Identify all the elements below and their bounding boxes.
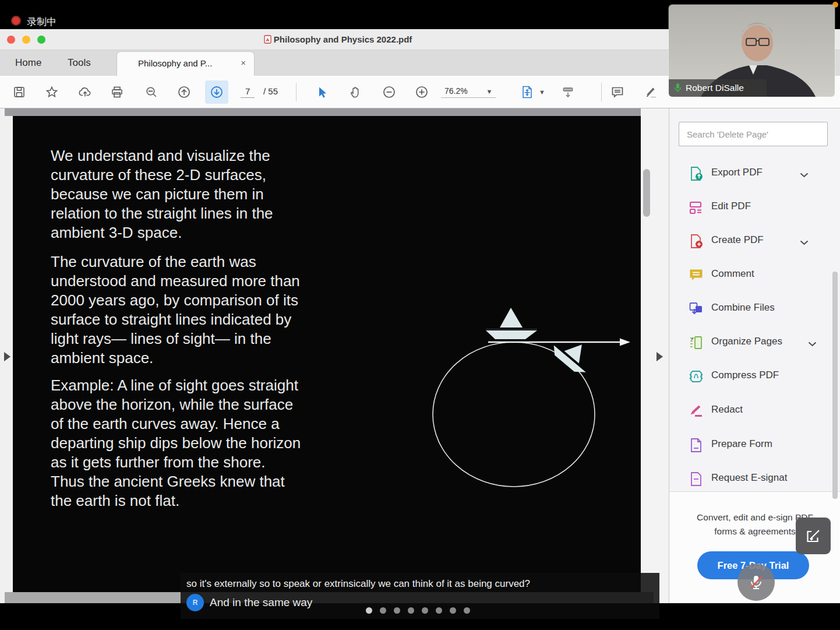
sidebar-item-edit-pdf[interactable]: Edit PDF [669,191,840,224]
sidebar-item-export-pdf[interactable]: Export PDF [669,157,840,191]
printer-icon [111,86,123,98]
favorite-button[interactable] [40,80,63,104]
comment-icon [688,267,704,283]
fit-page-icon [520,85,534,99]
sidebar-item-prepare-form[interactable]: Prepare Form [669,428,840,462]
scrolling-mode-button[interactable] [556,80,580,104]
hand-icon [349,85,363,99]
search-zoom-button[interactable] [140,80,163,104]
page-dot[interactable] [366,607,372,614]
sidebar-item-redact[interactable]: Redact [669,394,840,428]
fit-page-button[interactable] [516,80,539,104]
highlight-button[interactable] [639,80,662,104]
caption-line-2: And in the same way [210,596,312,609]
search-input[interactable] [679,122,828,146]
page-number-input[interactable]: 7 [241,86,255,98]
page-dot[interactable] [422,607,428,614]
mic-muted-icon [746,572,766,592]
vertical-scrollbar-thumb[interactable] [643,169,650,217]
webcam-nametag: Robert DiSalle [669,79,767,97]
microphone-muted-button[interactable] [737,564,775,601]
sidebar-item-create-pdf[interactable]: Create PDF [669,224,840,258]
sidebar-item-request-esignatures[interactable]: Request E-signat [669,462,840,491]
page-dot[interactable] [450,607,456,614]
pencil-icon [644,85,658,99]
fill-sign-button[interactable] [796,518,831,554]
chevron-down-icon [808,339,817,349]
page-dot[interactable] [436,607,442,614]
slide-paragraph-3: Example: A line of sight goes straight a… [51,376,354,511]
ship-near-icon [486,308,537,339]
ship-far-icon [549,331,598,378]
tab-document-label: Philosophy and P... [138,58,212,68]
zoom-level-input[interactable]: 76.2% ▼ [441,86,496,98]
zoom-out-icon [382,85,396,99]
zoom-out-button[interactable] [377,80,401,104]
tab-home[interactable]: Home [5,50,52,76]
slide-paragraph-2: The curvature of the earth was understoo… [51,252,354,368]
close-tab-icon[interactable]: × [241,58,246,68]
tab-document[interactable]: Philosophy and P... × [117,51,255,76]
print-button[interactable] [105,80,129,104]
earth-curvature-diagram [419,291,641,508]
prepare-form-icon [688,437,704,453]
slide-paragraph-1: We understand and visualize the curvatur… [51,146,354,242]
compress-pdf-icon [688,368,704,385]
edit-pdf-icon [688,199,704,216]
previous-page-button[interactable] [172,80,196,104]
expand-left-panel-button[interactable] [4,352,10,361]
redact-icon [688,403,704,419]
organize-pages-icon [688,335,704,351]
window-title: A Philosophy and Physics 2022.pdf [0,34,676,44]
page-dot[interactable] [394,607,400,614]
screen: 录制中 A Philosophy and Physics 2022.pdf Ho… [0,0,840,630]
cloud-upload-icon [78,86,92,98]
star-icon [45,86,58,98]
create-pdf-icon [688,233,704,249]
page-total-label: / 55 [263,86,278,96]
share-cloud-button[interactable] [73,80,97,104]
zoom-in-icon [415,85,429,99]
sign-pen-icon [804,527,822,545]
hand-tool-button[interactable] [344,80,368,104]
sidebar-item-combine-files[interactable]: Combine Files [669,292,840,326]
svg-text:A: A [266,37,269,43]
request-esignatures-icon [688,471,704,487]
zoom-in-button[interactable] [410,80,433,104]
mic-on-icon [674,83,682,93]
chevron-down-icon[interactable]: ▼ [539,89,545,96]
tool-list: Export PDF Edit PDF Create PDF [669,157,840,491]
recording-dot-icon [11,16,21,26]
webcam-name: Robert DiSalle [686,83,744,93]
caption-page-dots[interactable] [366,607,470,614]
page-dot[interactable] [380,607,386,614]
sidebar-scrollbar-thumb[interactable] [832,272,838,499]
save-button[interactable] [8,80,31,104]
select-tool-button[interactable] [310,80,334,104]
expand-right-panel-button[interactable] [657,352,663,361]
save-icon [13,86,26,98]
speaker-avatar: R [186,594,204,611]
pdf-file-icon: A [264,35,271,44]
sidebar-item-organize-pages[interactable]: Organize Pages [669,326,840,360]
next-page-button[interactable] [205,80,228,104]
page-dot[interactable] [464,607,470,614]
continuous-scroll-icon [561,85,575,99]
comment-bubble-icon [610,85,624,99]
pdf-page: We understand and visualize the curvatur… [13,116,641,603]
webcam-video: Robert DiSalle [669,5,835,97]
sidebar-item-comment[interactable]: Comment [669,258,840,292]
recording-label: 录制中 [27,15,57,29]
chevron-down-icon: ▼ [486,88,493,95]
sidebar-item-compress-pdf[interactable]: Compress PDF [669,360,840,393]
search-icon [145,86,158,98]
caption-line-1: so it's externally so to speak or extrin… [186,578,530,590]
document-background [5,108,641,116]
page-up-icon [177,85,191,99]
tab-tools[interactable]: Tools [57,50,101,76]
chevron-down-icon [800,170,809,180]
select-arrow-icon [316,86,329,98]
comment-button[interactable] [606,80,629,104]
page-dot[interactable] [408,607,414,614]
combine-files-icon [688,301,704,317]
